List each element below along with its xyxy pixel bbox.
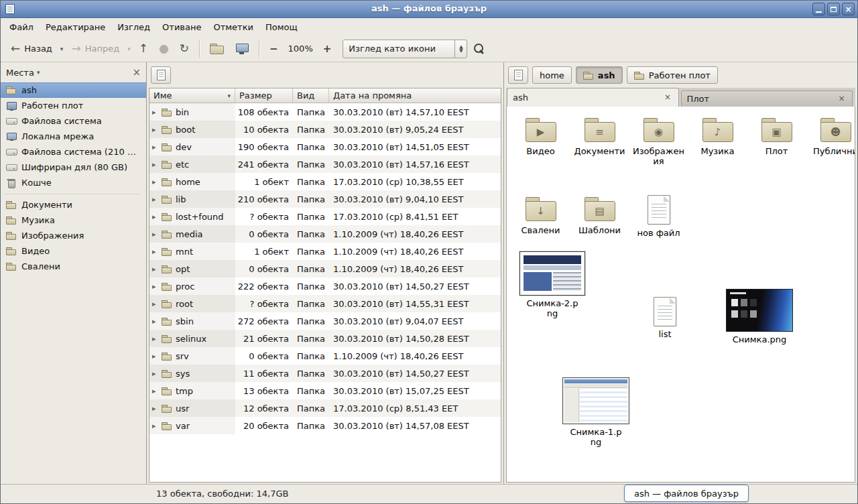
table-row[interactable]: ▸home1 обектПапка17.03.2010 (ср) 10,38,5… xyxy=(149,173,501,190)
sidebar-item[interactable]: Видео xyxy=(1,243,146,259)
sidebar-item[interactable]: Документи xyxy=(1,197,146,212)
icon-item[interactable]: Снимка.png xyxy=(723,289,796,345)
table-row[interactable]: ▸tmp13 обектаПапка30.03.2010 (вт) 15,07,… xyxy=(149,382,501,399)
table-row[interactable]: ▸lib210 обектаПапка30.03.2010 (вт) 9,04,… xyxy=(149,190,501,208)
view-mode-select[interactable]: Изглед като икони ▲▼ xyxy=(343,40,467,58)
tab-ash[interactable]: ash × xyxy=(507,88,679,107)
reload-button[interactable]: ↻ xyxy=(175,40,194,57)
sidebar-item[interactable]: ash xyxy=(1,82,146,98)
forward-history-dropdown[interactable]: ▾ xyxy=(125,43,133,55)
table-row[interactable]: ▸sys11 обектаПапка30.03.2010 (вт) 14,50,… xyxy=(149,365,501,382)
tab-desktop[interactable]: Плот × xyxy=(681,90,853,107)
table-row[interactable]: ▸root? обектаПапка30.03.2010 (вт) 14,55,… xyxy=(149,295,501,312)
computer-button[interactable] xyxy=(231,40,253,58)
icon-item[interactable]: ▣Плот xyxy=(748,116,805,166)
menu-item[interactable]: Изглед xyxy=(111,20,156,34)
expander-icon[interactable]: ▸ xyxy=(152,143,159,151)
titlebar[interactable]: ash — файлов браузър × xyxy=(1,1,857,18)
expander-icon[interactable]: ▸ xyxy=(152,230,159,239)
table-row[interactable]: ▸opt0 обектаПапка1.10.2009 (чт) 18,40,26… xyxy=(149,260,501,277)
breadcrumb-desktop[interactable]: Работен плот xyxy=(627,66,718,84)
menu-item[interactable]: Отиване xyxy=(156,20,207,34)
sidebar-close-button[interactable]: × xyxy=(132,68,141,77)
table-row[interactable]: ▸var20 обектаПапка30.03.2010 (вт) 14,57,… xyxy=(149,417,501,434)
table-row[interactable]: ▸lost+found? обектаПапка17.03.2010 (ср) … xyxy=(149,208,501,225)
expander-icon[interactable]: ▸ xyxy=(152,369,159,378)
sidebar-item[interactable]: Музика xyxy=(1,212,146,228)
sidebar-item[interactable]: Работен плот xyxy=(1,98,146,113)
menu-item[interactable]: Отметки xyxy=(207,20,259,34)
menu-item[interactable]: Файл xyxy=(3,20,40,34)
expander-icon[interactable]: ▸ xyxy=(152,317,159,326)
table-row[interactable]: ▸usr12 обектаПапка17.03.2010 (ср) 8,51,4… xyxy=(149,399,501,417)
icon-item[interactable]: list xyxy=(641,297,689,340)
back-history-dropdown[interactable]: ▾ xyxy=(58,43,66,55)
sidebar-item[interactable]: Свалени xyxy=(1,259,146,274)
expander-icon[interactable]: ▸ xyxy=(152,108,159,117)
icon-item[interactable]: ▶Видео xyxy=(512,116,569,166)
table-row[interactable]: ▸sbin272 обектаПапка30.03.2010 (вт) 9,04… xyxy=(149,312,501,330)
places-dropdown-icon[interactable]: ▾ xyxy=(37,69,40,76)
column-header-date[interactable]: Дата на промяна xyxy=(329,88,501,103)
expander-icon[interactable]: ▸ xyxy=(152,334,159,343)
breadcrumb-home[interactable]: home xyxy=(532,66,572,84)
pathbar-pane-button[interactable] xyxy=(508,66,528,84)
icon-item[interactable]: ◉Изображения xyxy=(630,116,687,166)
table-row[interactable]: ▸selinux21 обектаПапка30.03.2010 (вт) 14… xyxy=(149,330,501,347)
icon-item[interactable]: Снимка-1.png xyxy=(559,377,633,447)
search-button[interactable] xyxy=(469,40,489,58)
table-row[interactable]: ▸proc222 обектаПапка30.03.2010 (вт) 14,5… xyxy=(149,277,501,295)
icon-view[interactable]: ▶Видео≡Документи◉Изображения♪Музика▣Плот… xyxy=(506,107,855,483)
table-row[interactable]: ▸srv0 обектаПапка1.10.2009 (чт) 18,40,26… xyxy=(149,347,501,365)
table-row[interactable]: ▸media0 обектаПапка1.10.2009 (чт) 18,40,… xyxy=(149,225,501,243)
icon-item[interactable]: ♪Музика xyxy=(689,116,746,166)
expander-icon[interactable]: ▸ xyxy=(152,178,159,186)
table-row[interactable]: ▸mnt1 обектПапка1.10.2009 (чт) 18,40,26 … xyxy=(149,243,501,260)
menu-item[interactable]: Помощ xyxy=(259,20,304,34)
close-button[interactable]: × xyxy=(842,3,855,15)
icon-item[interactable]: Снимка-2.png xyxy=(517,251,587,318)
zoom-in-button[interactable]: + xyxy=(318,41,336,57)
expander-icon[interactable]: ▸ xyxy=(152,352,159,361)
location-toggle-button[interactable] xyxy=(151,66,171,84)
menu-item[interactable]: Редактиране xyxy=(40,20,111,34)
table-row[interactable]: ▸bin108 обектаПапка30.03.2010 (вт) 14,57… xyxy=(149,103,501,121)
stop-button[interactable]: ● xyxy=(154,40,174,57)
expander-icon[interactable]: ▸ xyxy=(152,160,159,169)
home-button[interactable] xyxy=(205,40,229,58)
expander-icon[interactable]: ▸ xyxy=(152,282,159,291)
sidebar-item[interactable]: Шифриран дял (80 GB) xyxy=(1,160,146,175)
taskbar-window-button[interactable]: ash — файлов браузър xyxy=(624,485,749,502)
sidebar-item[interactable]: Кошче xyxy=(1,175,146,190)
icon-item[interactable]: ↓Свалени xyxy=(512,195,569,239)
column-header-type[interactable]: Вид xyxy=(293,88,329,103)
breadcrumb-ash[interactable]: ash xyxy=(576,66,623,84)
sidebar-item[interactable]: Локална мрежа xyxy=(1,129,146,144)
table-row[interactable]: ▸etc241 обектаПапка30.03.2010 (вт) 14,57… xyxy=(149,155,501,173)
table-row[interactable]: ▸dev190 обектаПапка30.03.2010 (вт) 14,51… xyxy=(149,138,501,155)
sidebar-item[interactable]: Изображения xyxy=(1,228,146,243)
column-header-size[interactable]: Размер xyxy=(235,88,293,103)
column-header-name[interactable]: Име ▾ xyxy=(149,88,235,103)
icon-item[interactable]: ≡Документи xyxy=(571,116,628,166)
minimize-button[interactable] xyxy=(812,3,825,15)
tab-close-button[interactable]: × xyxy=(837,94,847,104)
sidebar-item[interactable]: Файлова система xyxy=(1,113,146,129)
maximize-button[interactable] xyxy=(827,3,840,15)
expander-icon[interactable]: ▸ xyxy=(152,422,159,430)
up-button[interactable]: ↑ xyxy=(134,40,153,57)
view-mode-spinner-icon[interactable]: ▲▼ xyxy=(454,40,467,58)
sidebar-item[interactable]: Файлова система (210 MB) xyxy=(1,144,146,160)
expander-icon[interactable]: ▸ xyxy=(152,247,159,256)
expander-icon[interactable]: ▸ xyxy=(152,212,159,221)
back-button[interactable]: ← Назад xyxy=(6,40,57,57)
expander-icon[interactable]: ▸ xyxy=(152,265,159,273)
expander-icon[interactable]: ▸ xyxy=(152,195,159,204)
expander-icon[interactable]: ▸ xyxy=(152,300,159,308)
icon-item[interactable]: ▤Шаблони xyxy=(571,195,628,239)
table-row[interactable]: ▸boot10 обектаПапка30.03.2010 (вт) 9,05,… xyxy=(149,121,501,138)
icon-item[interactable]: нов файл xyxy=(630,195,687,239)
expander-icon[interactable]: ▸ xyxy=(152,125,159,134)
tab-close-button[interactable]: × xyxy=(663,92,673,103)
expander-icon[interactable]: ▸ xyxy=(152,404,159,413)
